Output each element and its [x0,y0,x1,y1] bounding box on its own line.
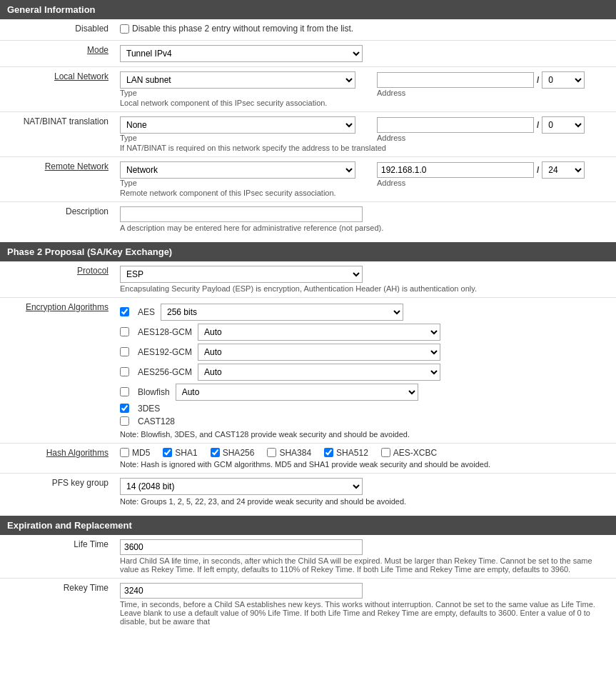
encryption-label: Encryption Algorithms [0,297,114,443]
hash-sha384-label[interactable]: SHA384 [267,448,311,458]
local-network-content: LAN subnet Network Address any Type / [114,66,616,111]
local-network-cidr-select[interactable]: 0 8 16 24 32 [542,71,585,89]
rekey-label: Rekey Time [0,578,114,630]
hash-md5-label[interactable]: MD5 [120,448,150,458]
enc-aes-checkbox[interactable] [120,307,129,316]
hash-weak-note: Note: Hash is ignored with GCM algorithm… [120,460,610,469]
protocol-select[interactable]: ESP AH [120,266,363,283]
local-network-label: Local Network [0,66,114,111]
protocol-row: Protocol ESP AH Encapsulating Security P… [0,261,616,298]
remote-network-address-label: Address [377,179,610,187]
enc-aes192gcm-row: AES192-GCM 128 bits 192 bits 256 bits Au… [120,342,610,362]
enc-aes-select[interactable]: 128 bits 192 bits 256 bits Auto [161,304,403,321]
remote-network-label: Remote Network [0,156,114,201]
lifetime-label: Life Time [0,535,114,579]
lifetime-hint: Hard Child SA life time, in seconds, aft… [120,556,610,574]
description-label: Description [0,201,114,236]
hash-sha1-checkbox[interactable] [163,448,172,457]
local-network-address-input[interactable] [377,72,534,88]
disabled-content: Disable this phase 2 entry without remov… [114,19,616,40]
disabled-label: Disabled [0,19,114,40]
pfs-weak-note: Note: Groups 1, 2, 5, 22, 23, and 24 pro… [120,497,610,506]
mode-select[interactable]: Tunnel IPv4 Tunnel IPv6 Transport [120,45,363,62]
nat-binat-hint: If NAT/BINAT is required on this network… [120,144,610,152]
enc-aes128gcm-checkbox[interactable] [120,327,129,336]
nat-binat-label: NAT/BINAT translation [0,111,114,156]
enc-aes192gcm-select[interactable]: 128 bits 192 bits 256 bits Auto [198,344,440,361]
enc-blowfish-checkbox[interactable] [120,387,129,396]
hash-sha384-checkbox[interactable] [267,448,276,457]
hash-content: MD5 SHA1 SHA256 SHA384 [114,443,616,473]
rekey-row: Rekey Time Time, in seconds, before a Ch… [0,578,616,630]
hash-sha256-checkbox[interactable] [211,448,220,457]
enc-blowfish-row: Blowfish 128 bits 192 bits 256 bits Auto [120,382,610,402]
phase2-section: Phase 2 Proposal (SA/Key Exchange) Proto… [0,242,616,510]
disabled-row: Disabled Disable this phase 2 entry with… [0,19,616,40]
remote-network-hint: Remote network component of this IPsec s… [120,189,610,197]
enc-cast128-row: CAST128 [120,415,610,428]
enc-blowfish-select[interactable]: 128 bits 192 bits 256 bits Auto [176,384,418,401]
remote-network-address-input[interactable] [377,162,534,178]
lifetime-row: Life Time Hard Child SA life time, in se… [0,535,616,579]
general-section-header: General Information [0,0,616,19]
phase2-section-header: Phase 2 Proposal (SA/Key Exchange) [0,242,616,261]
rekey-input[interactable] [120,583,363,599]
rekey-hint: Time, in seconds, before a Child SA esta… [120,600,610,626]
local-network-type-label: Type [120,89,363,97]
local-network-row: Local Network LAN subnet Network Address… [0,66,616,111]
remote-network-slash: / [537,165,539,175]
local-network-slash: / [537,75,539,85]
hash-sha512-label[interactable]: SHA512 [324,448,368,458]
nat-binat-slash: / [537,120,539,130]
enc-aes128gcm-row: AES128-GCM 128 bits 192 bits 256 bits Au… [120,322,610,342]
hash-sha1-label[interactable]: SHA1 [163,448,197,458]
description-content: A description may be entered here for ad… [114,201,616,236]
disabled-checkbox-label[interactable]: Disable this phase 2 entry without remov… [120,24,353,34]
hash-label: Hash Algorithms [0,443,114,473]
hash-md5-checkbox[interactable] [120,448,129,457]
enc-aes256gcm-select[interactable]: 128 bits 192 bits 256 bits Auto [198,364,440,381]
hash-checkboxes: MD5 SHA1 SHA256 SHA384 [120,448,610,458]
hash-sha512-checkbox[interactable] [324,448,333,457]
enc-aes192gcm-checkbox[interactable] [120,347,129,356]
lifetime-input[interactable] [120,539,363,555]
hash-sha256-label[interactable]: SHA256 [211,448,255,458]
hash-row: Hash Algorithms MD5 SHA1 SHA256 [0,443,616,473]
protocol-content: ESP AH Encapsulating Security Payload (E… [114,261,616,298]
remote-network-content: Network Address any Type / 0 8 [114,156,616,201]
enc-aes128gcm-select[interactable]: 128 bits 192 bits 256 bits Auto [198,324,440,341]
pfs-content: 1 (768 bit) 2 (1024 bit) 5 (1536 bit) 14… [114,473,616,510]
description-row: Description A description may be entered… [0,201,616,236]
enc-weak-note: Note: Blowfish, 3DES, and CAST128 provid… [120,430,610,439]
pfs-select[interactable]: 1 (768 bit) 2 (1024 bit) 5 (1536 bit) 14… [120,478,363,495]
expiration-section-header: Expiration and Replacement [0,516,616,535]
hash-aesxcbc-checkbox[interactable] [381,448,390,457]
protocol-label: Protocol [0,261,114,298]
remote-network-cidr-select[interactable]: 0 8 16 24 32 [542,161,585,179]
remote-network-type-select[interactable]: Network Address any [120,161,355,179]
nat-binat-address-input[interactable] [377,117,534,133]
enc-aes-row: AES 128 bits 192 bits 256 bits Auto [120,302,610,322]
enc-cast128-checkbox[interactable] [120,416,129,426]
general-section: General Information Disabled Disable thi… [0,0,616,236]
nat-binat-row: NAT/BINAT translation None Network Addre… [0,111,616,156]
local-network-type-select[interactable]: LAN subnet Network Address any [120,71,355,89]
mode-label: Mode [0,40,114,66]
local-network-address-label: Address [377,89,610,97]
expiration-section: Expiration and Replacement Life Time Har… [0,516,616,630]
local-network-hint: Local network component of this IPsec se… [120,99,610,107]
enc-aes256gcm-checkbox[interactable] [120,367,129,376]
disabled-checkbox[interactable] [120,24,129,34]
enc-3des-checkbox[interactable] [120,404,129,413]
enc-aes256gcm-row: AES256-GCM 128 bits 192 bits 256 bits Au… [120,362,610,382]
description-input[interactable] [120,206,363,222]
hash-aesxcbc-label[interactable]: AES-XCBC [381,448,437,458]
nat-binat-type-select[interactable]: None Network Address [120,116,355,134]
mode-row: Mode Tunnel IPv4 Tunnel IPv6 Transport [0,40,616,66]
pfs-label: PFS key group [0,473,114,510]
enc-3des-row: 3DES [120,402,610,415]
nat-binat-content: None Network Address Type / 0 8 [114,111,616,156]
lifetime-content: Hard Child SA life time, in seconds, aft… [114,535,616,579]
nat-binat-type-label: Type [120,134,363,142]
nat-binat-cidr-select[interactable]: 0 8 16 24 32 [542,116,585,134]
